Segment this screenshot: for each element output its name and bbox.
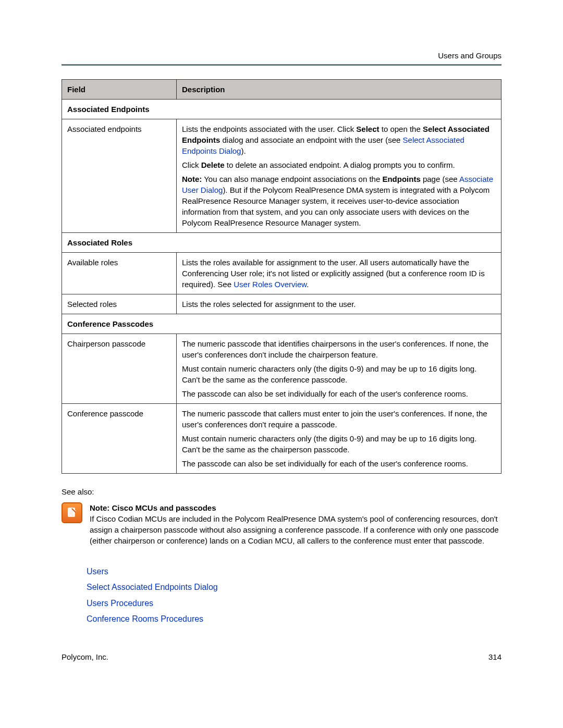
text: The passcode can also be set individuall… [182, 458, 496, 469]
header-rule [62, 64, 501, 66]
text: The passcode can also be set individuall… [182, 388, 496, 399]
row-chairperson-passcode: Chairperson passcode The numeric passcod… [62, 334, 501, 404]
text: Click [182, 161, 201, 169]
section-title: Associated Endpoints [62, 100, 501, 119]
bold-text: Endpoints [382, 175, 420, 183]
text: Lists the roles available for assignment… [182, 258, 485, 289]
related-links: Users Select Associated Endpoints Dialog… [62, 564, 501, 627]
text: The numeric passcode that identifies cha… [182, 338, 496, 360]
note-icon [62, 502, 82, 523]
footer-company: Polycom, Inc. [62, 651, 108, 662]
row-associated-endpoints: Associated endpoints Lists the endpoints… [62, 119, 501, 233]
text: The numeric passcode that callers must e… [182, 408, 496, 430]
running-header: Users and Groups [62, 50, 501, 61]
description-cell: Lists the roles selected for assignment … [177, 294, 501, 314]
note-text: If Cisco Codian MCUs are included in the… [90, 514, 499, 545]
text: Must contain numeric characters only (th… [182, 433, 496, 455]
field-cell: Associated endpoints [62, 119, 177, 233]
description-cell: The numeric passcode that callers must e… [177, 404, 501, 474]
page: Users and Groups Field Description Assoc… [0, 0, 563, 694]
text: Must contain numeric characters only (th… [182, 363, 496, 385]
link-select-associated-endpoints-dialog[interactable]: Select Associated Endpoints Dialog [87, 579, 501, 595]
section-row-associated-endpoints: Associated Endpoints [62, 100, 501, 119]
page-footer: Polycom, Inc. 314 [62, 651, 501, 662]
text: ). But if the Polycom RealPresence DMA s… [182, 186, 489, 227]
bold-text: Select [356, 125, 379, 133]
description-cell: Lists the endpoints associated with the … [177, 119, 501, 233]
field-cell: Available roles [62, 253, 177, 294]
text: . [307, 280, 309, 289]
section-title: Conference Passcodes [62, 314, 501, 334]
link-users-procedures[interactable]: Users Procedures [87, 596, 501, 611]
note-callout: Note: Cisco MCUs and passcodes If Cisco … [62, 502, 501, 546]
section-title: Associated Roles [62, 233, 501, 253]
section-row-associated-roles: Associated Roles [62, 233, 501, 253]
text: page (see [421, 175, 459, 183]
row-conference-passcode: Conference passcode The numeric passcode… [62, 404, 501, 474]
text: to open the [380, 125, 423, 133]
bold-text: Note: [182, 175, 202, 183]
field-cell: Conference passcode [62, 404, 177, 474]
see-also-label: See also: [62, 486, 501, 497]
field-cell: Selected roles [62, 294, 177, 314]
link-user-roles-overview[interactable]: User Roles Overview [234, 280, 307, 289]
text: ). [241, 146, 246, 155]
description-cell: Lists the roles available for assignment… [177, 253, 501, 294]
text: to delete an associated endpoint. A dial… [225, 161, 455, 169]
text: Lists the endpoints associated with the … [182, 125, 356, 133]
text: dialog and associate an endpoint with th… [220, 135, 402, 144]
row-selected-roles: Selected roles Lists the roles selected … [62, 294, 501, 314]
row-available-roles: Available roles Lists the roles availabl… [62, 253, 501, 294]
link-users[interactable]: Users [87, 564, 501, 579]
col-header-description: Description [177, 80, 501, 100]
col-header-field: Field [62, 80, 177, 100]
text: You can also manage endpoint association… [202, 175, 382, 183]
note-body: Note: Cisco MCUs and passcodes If Cisco … [90, 502, 501, 546]
bold-text: Delete [201, 161, 225, 169]
section-row-conference-passcodes: Conference Passcodes [62, 314, 501, 334]
field-cell: Chairperson passcode [62, 334, 177, 404]
note-title: Note: Cisco MCUs and passcodes [90, 503, 216, 512]
link-conference-rooms-procedures[interactable]: Conference Rooms Procedures [87, 611, 501, 627]
field-description-table: Field Description Associated Endpoints A… [62, 79, 501, 474]
description-cell: The numeric passcode that identifies cha… [177, 334, 501, 404]
footer-page-number: 314 [488, 651, 501, 662]
